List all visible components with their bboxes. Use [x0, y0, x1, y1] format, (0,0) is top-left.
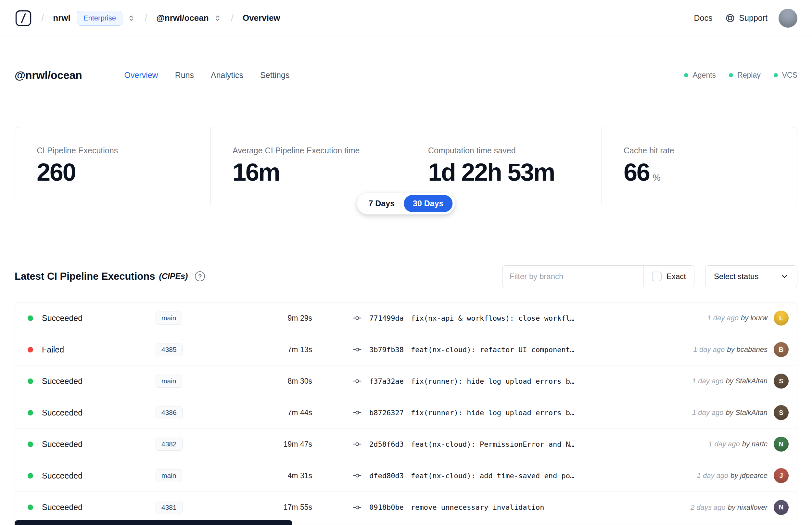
cipe-row[interactable]: Succeeded 4382 19m 47s 2d58f6d3feat(nx-c…	[15, 429, 797, 460]
time-ago: 1 day ago	[692, 408, 724, 417]
duration: 4m 31s	[237, 471, 312, 480]
commit-hash: b8726327	[369, 409, 404, 417]
top-navbar: / nrwl Enterprise / @nrwl/ocean / Overvi…	[0, 0, 812, 36]
status-label: Succeeded	[42, 471, 156, 480]
tab-settings[interactable]: Settings	[260, 71, 289, 80]
stat-label: Cache hit rate	[624, 146, 791, 155]
lifebuoy-icon	[725, 13, 735, 23]
status-dot	[28, 441, 33, 447]
exact-checkbox[interactable]	[652, 272, 662, 281]
git-commit-icon	[351, 345, 364, 354]
author: by nixallover	[728, 503, 767, 511]
exact-label: Exact	[667, 272, 686, 281]
status-select-dropdown[interactable]: Select status	[705, 266, 797, 287]
navbar-actions: Docs Support	[694, 9, 797, 28]
cipe-row[interactable]: Succeeded 4386 7m 44s b8726327fix(runner…	[15, 397, 797, 429]
tab-overview[interactable]: Overview	[124, 71, 158, 80]
cipe-row[interactable]: Succeeded 4381 17m 55s 0918b0beremove un…	[15, 492, 797, 523]
workspace-switcher-button[interactable]	[213, 14, 222, 22]
branch-cell: 4381	[156, 501, 237, 514]
branch-cell: 4385	[156, 343, 237, 356]
commit-hash: 2d58f6d3	[369, 440, 404, 448]
status-dot	[28, 347, 33, 352]
indicator-label: Replay	[737, 71, 761, 79]
stat-label: CI Pipeline Executions	[37, 146, 204, 155]
help-circle-icon[interactable]: ?	[195, 271, 205, 281]
status-label: Succeeded	[42, 439, 156, 449]
breadcrumb-separator: /	[231, 13, 233, 24]
git-commit-icon	[351, 471, 364, 480]
cipe-row[interactable]: Failed 4385 7m 13s 3b79fb38feat(nx-cloud…	[15, 334, 797, 365]
status-label: Succeeded	[42, 502, 156, 512]
status-label: Succeeded	[42, 376, 156, 386]
row-meta: 1 day agoby StalkAltan	[692, 377, 767, 385]
branch-pill: main	[156, 469, 182, 482]
author: by StalkAltan	[726, 377, 767, 385]
cipe-row[interactable]: Succeeded main 9m 29s 771499dafix(nx-api…	[15, 302, 797, 334]
branch-pill: 4386	[156, 406, 183, 419]
branch-filter-group: Exact	[502, 266, 694, 287]
branch-cell: 4386	[156, 406, 237, 419]
breadcrumb-workspace[interactable]: @nrwl/ocean	[156, 13, 209, 23]
git-commit-icon	[351, 408, 364, 417]
cipe-row[interactable]: Succeeded main 8m 30s f37a32aefix(runner…	[15, 365, 797, 397]
docs-link[interactable]: Docs	[694, 13, 712, 23]
connection-indicators: Agents Replay VCS	[671, 67, 797, 83]
row-meta: 2 days agoby nixallover	[691, 503, 767, 512]
status-dot	[28, 505, 33, 510]
indicator-vcs[interactable]: VCS	[774, 71, 797, 79]
duration: 17m 55s	[237, 503, 312, 512]
range-option-7-days[interactable]: 7 Days	[359, 195, 404, 212]
indicator-label: Agents	[692, 71, 716, 79]
author-avatar: N	[774, 500, 788, 515]
breadcrumb: / nrwl Enterprise / @nrwl/ocean / Overvi…	[15, 10, 280, 27]
nx-cloud-logo-icon[interactable]	[15, 10, 32, 27]
row-meta: 1 day agoby jdpearce	[697, 471, 767, 480]
indicator-agents[interactable]: Agents	[684, 71, 716, 79]
git-commit-icon	[351, 439, 364, 449]
breadcrumb-separator: /	[41, 13, 44, 24]
git-commit-icon	[351, 314, 364, 322]
cipes-subtitle: (CIPEs)	[159, 272, 188, 281]
stat-label: Computation time saved	[428, 146, 595, 155]
cipes-title: Latest CI Pipeline Executions	[15, 271, 155, 282]
time-ago: 1 day ago	[708, 440, 740, 448]
cipe-row[interactable]: Succeeded main 4m 31s dfed80d3feat(nx-cl…	[15, 460, 797, 492]
breadcrumb-org[interactable]: nrwl	[53, 13, 70, 23]
branch-pill: main	[156, 375, 182, 388]
duration: 7m 13s	[237, 345, 312, 354]
vertical-divider	[671, 67, 671, 83]
range-option-30-days[interactable]: 30 Days	[404, 195, 453, 212]
branch-cell: main	[156, 375, 237, 388]
status-dot	[28, 410, 33, 416]
user-avatar[interactable]	[779, 9, 797, 28]
status-dot	[28, 378, 33, 384]
org-switcher-button[interactable]	[127, 14, 135, 22]
author: by bcabanes	[727, 345, 767, 354]
row-meta: 1 day agoby nartc	[708, 440, 767, 448]
workspace-header: @nrwl/ocean Overview Runs Analytics Sett…	[0, 36, 812, 83]
row-meta: 1 day agoby StalkAltan	[692, 408, 767, 417]
branch-pill: 4381	[156, 501, 183, 514]
time-ago: 2 days ago	[691, 503, 725, 511]
tab-runs[interactable]: Runs	[175, 71, 194, 80]
duration: 9m 29s	[237, 314, 312, 322]
commit-message: b8726327fix(runner): hide log upload err…	[369, 409, 574, 417]
support-link[interactable]: Support	[725, 13, 767, 23]
indicator-replay[interactable]: Replay	[729, 71, 761, 79]
stat-value: 1d 22h 53m	[428, 158, 595, 186]
commit-message: dfed80d3feat(nx-cloud): add time-saved e…	[369, 472, 574, 480]
enterprise-badge[interactable]: Enterprise	[77, 11, 122, 26]
chevron-up-down-icon	[127, 14, 135, 22]
stat-value: 16m	[232, 158, 399, 186]
chevron-down-icon	[780, 272, 788, 281]
indicator-label: VCS	[782, 71, 797, 79]
author-avatar: S	[774, 374, 788, 389]
tab-analytics[interactable]: Analytics	[211, 71, 243, 80]
author: by jdpearce	[731, 471, 767, 480]
row-meta: 1 day agoby bcabanes	[693, 345, 767, 354]
author-avatar: B	[774, 342, 788, 357]
branch-cell: main	[156, 312, 237, 325]
branch-filter-input[interactable]	[503, 266, 643, 287]
author-avatar: S	[774, 405, 788, 420]
